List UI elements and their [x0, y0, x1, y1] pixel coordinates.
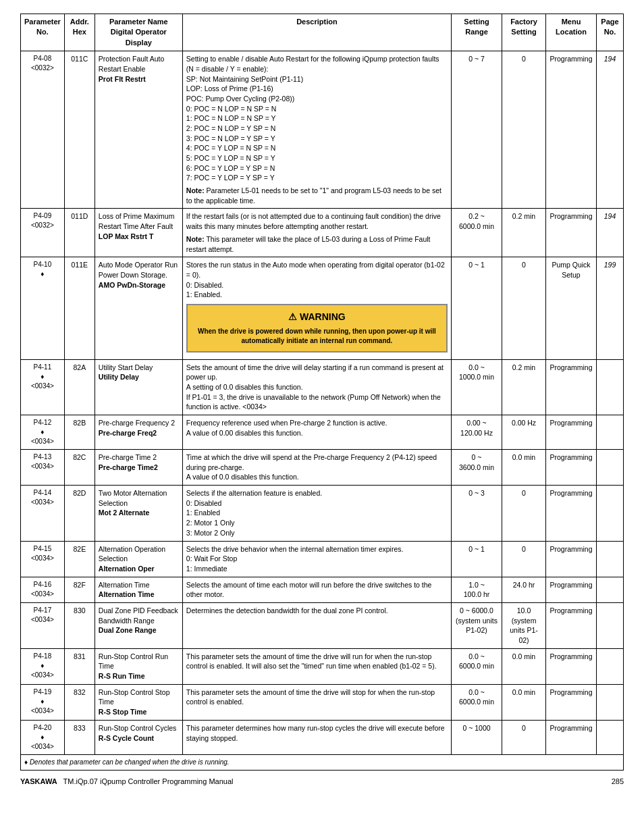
param-subcode: <0034> [24, 462, 61, 471]
param-subcode: <0034> [24, 742, 61, 752]
desc-p4-16: Selects the amount of time each motor wi… [182, 577, 451, 602]
param-name-line2: Power Down Storage. [99, 270, 179, 280]
range-p4-12: 0.00 ~120.00 Hz [452, 415, 502, 450]
param-name-bold: Prot Flt Restrt [99, 74, 179, 84]
menu-p4-09: Programming [546, 209, 597, 257]
name-p4-13: Pre-charge Time 2 Pre-charge Time2 [95, 450, 182, 486]
name-p4-16: Alternation Time Alternation Time [95, 577, 182, 602]
footer-note: ♦ Denotes that parameter can be changed … [21, 754, 624, 770]
desc-note: Note: This parameter will take the place… [186, 234, 448, 254]
range-p4-09: 0.2 ~6000.0 min [452, 209, 502, 257]
param-name-line1: Run-Stop Control Stop [99, 687, 179, 698]
manual-title [59, 777, 61, 785]
factory-p4-10: 0 [502, 257, 546, 359]
factory-p4-09: 0.2 min [502, 209, 546, 257]
param-number: P4-15 [24, 544, 61, 554]
desc-p4-11: Sets the amount of time the drive will d… [182, 359, 451, 415]
page-footer: YASKAWA TM.iQp.07 iQpump Controller Prog… [20, 777, 624, 785]
page-p4-12 [597, 415, 624, 450]
menu-p4-19: Programming [546, 684, 597, 720]
range-p4-18: 0.0 ~6000.0 min [452, 648, 502, 684]
desc-p4-08: Setting to enable / disable Auto Restart… [182, 51, 451, 209]
menu-p4-20: Programming [546, 720, 597, 754]
menu-p4-10: Pump Quick Setup [546, 257, 597, 359]
addr-p4-12: 82B [64, 415, 95, 450]
page-p4-16 [597, 577, 624, 602]
param-name-bold: Pre-charge Time2 [99, 463, 179, 473]
param-name-bold: R-S Run Time [99, 671, 179, 681]
param-number: P4-16 [24, 580, 61, 590]
range-p4-15: 0 ~ 1 [452, 541, 502, 577]
param-subcode: <0034> [24, 615, 61, 625]
page-p4-14 [597, 486, 624, 541]
table-footer-row: ♦ Denotes that parameter can be changed … [21, 754, 624, 770]
param-number: P4-10 [24, 260, 61, 269]
page-p4-09: 194 [597, 209, 624, 257]
factory-p4-16: 24.0 hr [502, 577, 546, 602]
param-no-p4-13: P4-13 <0034> [21, 450, 65, 486]
param-diamond: ♦ [24, 372, 61, 382]
param-name-line1: Alternation Time [99, 580, 179, 590]
addr-p4-09: 011D [64, 209, 95, 257]
desc-p4-13: Time at which the drive will spend at th… [182, 450, 451, 486]
table-row: P4-19 ♦ <0034> 832 Run-Stop Control Stop… [21, 684, 624, 720]
brand-name: YASKAWA [20, 777, 57, 785]
manual-title-text: TM.iQp.07 iQpump Controller Programming … [63, 777, 234, 785]
param-name-line2: Restart Time After Fault [99, 221, 179, 232]
param-subcode: <0032> [24, 221, 61, 230]
page-p4-20 [597, 720, 624, 754]
addr-p4-14: 82D [64, 486, 95, 541]
addr-p4-11: 82A [64, 359, 95, 415]
range-p4-11: 0.0 ~1000.0 min [452, 359, 502, 415]
addr-p4-20: 833 [64, 720, 95, 754]
header-menu-location: Menu Location [546, 14, 597, 51]
param-no-p4-09: P4-09 <0032> [21, 209, 65, 257]
param-diamond: ♦ [24, 697, 61, 706]
param-subcode: <0034> [24, 382, 61, 391]
header-param-no: Parameter No. [21, 14, 65, 51]
range-p4-17: 0 ~ 6000.0(system units P1-02) [452, 602, 502, 648]
factory-p4-15: 0 [502, 541, 546, 577]
param-diamond: ♦ [24, 269, 61, 279]
desc-p4-10: Stores the run status in the Auto mode w… [182, 257, 451, 359]
param-name-bold: R-S Cycle Count [99, 733, 179, 744]
range-p4-16: 1.0 ~100.0 hr [452, 577, 502, 602]
name-p4-11: Utility Start Delay Utility Delay [95, 359, 182, 415]
desc-p4-15: Selects the drive behavior when the inte… [182, 541, 451, 577]
param-subcode: <0034> [24, 554, 61, 563]
menu-p4-08: Programming [546, 51, 597, 209]
param-diamond: ♦ [24, 427, 61, 437]
table-row: P4-18 ♦ <0034> 831 Run-Stop Control Run … [21, 648, 624, 684]
param-no-p4-10: P4-10 ♦ [21, 257, 65, 359]
param-subcode: <0034> [24, 671, 61, 680]
desc-text: If the restart fails (or is not attempte… [186, 211, 448, 231]
param-no-p4-11: P4-11 ♦ <0034> [21, 359, 65, 415]
param-name-line1: Utility Start Delay [99, 363, 179, 373]
factory-p4-20: 0 [502, 720, 546, 754]
param-no-p4-08: P4-08 <0032> [21, 51, 65, 209]
parameter-table: Parameter No. Addr. Hex Parameter Name D… [20, 14, 624, 771]
param-name-bold: Alternation Oper [99, 564, 179, 574]
menu-p4-11: Programming [546, 359, 597, 415]
range-p4-19: 0.0 ~6000.0 min [452, 684, 502, 720]
param-name-line1: Alternation Operation [99, 544, 179, 554]
table-row: P4-13 <0034> 82C Pre-charge Time 2 Pre-c… [21, 450, 624, 486]
addr-p4-13: 82C [64, 450, 95, 486]
param-number: P4-20 [24, 723, 61, 733]
param-name-line1: Protection Fault Auto [99, 54, 179, 64]
param-number: P4-17 [24, 606, 61, 615]
param-name-line2: Restart Enable [99, 64, 179, 74]
menu-p4-13: Programming [546, 450, 597, 486]
param-name-bold: Dual Zone Range [99, 625, 179, 635]
factory-p4-18: 0.0 min [502, 648, 546, 684]
factory-p4-12: 0.00 Hz [502, 415, 546, 450]
menu-p4-18: Programming [546, 648, 597, 684]
warning-box: ⚠ WARNING When the drive is powered down… [186, 304, 448, 353]
param-name-line1: Auto Mode Operator Run [99, 260, 179, 270]
warning-text: When the drive is powered down while run… [194, 327, 439, 346]
param-number: P4-13 [24, 452, 61, 462]
desc-text: Stores the run status in the Auto mode w… [186, 260, 448, 300]
factory-p4-11: 0.2 min [502, 359, 546, 415]
desc-p4-14: Selects if the alternation feature is en… [182, 486, 451, 541]
param-name-bold: Mot 2 Alternate [99, 508, 179, 518]
